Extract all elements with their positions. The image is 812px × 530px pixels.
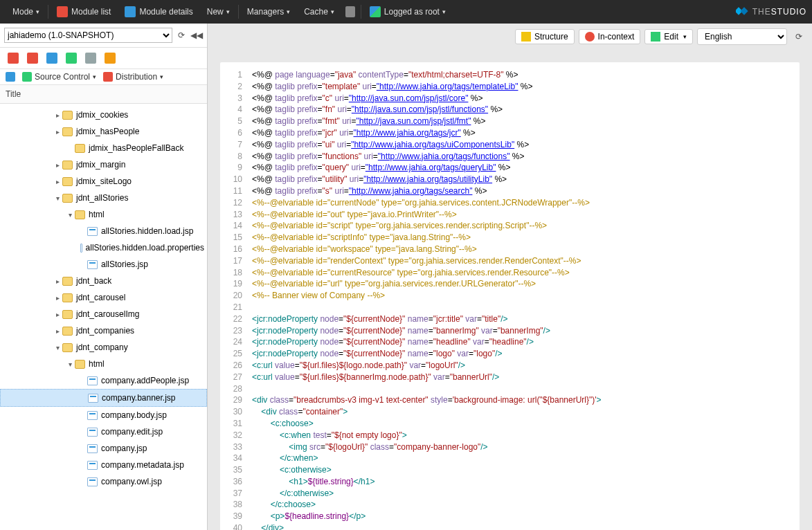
tree-item[interactable]: ▸jdmix_cookies (0, 107, 207, 123)
code-text[interactable]: <%--@elvariable id="scriptInfo" type="ja… (248, 232, 471, 244)
expand-icon[interactable]: ▾ (54, 344, 61, 351)
code-text[interactable]: <img src="${logoUrl}" class="company-ban… (248, 441, 488, 453)
code-text[interactable]: <%--@elvariable id="currentResource" typ… (248, 267, 570, 279)
code-text[interactable]: <jcr:nodeProperty node="${currentNode}" … (248, 313, 508, 325)
code-text[interactable]: <c:otherwise> (248, 464, 332, 476)
code-text[interactable]: </c:choose> (248, 499, 316, 511)
project-select[interactable]: jahiademo (1.0-SNAPSHOT) (4, 28, 172, 43)
code-text[interactable]: <%@ taglib prefix="c" uri="http://java.s… (248, 93, 482, 104)
logged-as-menu[interactable]: Logged as root▾ (363, 0, 453, 24)
expand-icon[interactable]: ▸ (54, 311, 61, 318)
expand-icon[interactable]: ▾ (66, 360, 73, 368)
tool-2[interactable] (24, 51, 42, 66)
expand-icon[interactable]: ▾ (54, 194, 61, 202)
expand-icon[interactable]: ▸ (54, 294, 61, 302)
code-text[interactable]: <%--@elvariable id="url" type="org.jahia… (248, 278, 536, 290)
distribution-menu[interactable]: Distribution▾ (103, 72, 163, 82)
module-details-menu[interactable]: Module details (118, 0, 199, 24)
tool-5[interactable] (82, 51, 100, 66)
language-select[interactable]: English (697, 28, 787, 45)
tree-item[interactable]: ▸jdnt_carouselImg (0, 306, 207, 322)
expand-icon[interactable]: ▾ (66, 211, 73, 219)
managers-menu[interactable]: Managers▾ (240, 0, 297, 24)
code-text[interactable]: <%@ taglib prefix="utility" uri="http://… (248, 174, 507, 185)
code-editor[interactable]: 1<%@ page language="java" contentType="t… (220, 62, 800, 530)
code-text[interactable]: <jcr:nodeProperty node="${currentNode}" … (248, 336, 534, 348)
code-text[interactable]: <c:url value="${url.files}${logo.node.pa… (248, 360, 465, 372)
code-text[interactable]: <%-- Banner view of Company --%> (248, 290, 385, 302)
expand-icon[interactable]: ▸ (54, 111, 61, 119)
code-text[interactable]: <%@ taglib prefix="jcr" uri="http://www.… (248, 127, 476, 139)
tree-item[interactable]: ▸jdmix_siteLogo (0, 173, 207, 190)
tree-item[interactable]: ▸jdnt_carousel (0, 289, 207, 306)
collapse-button[interactable]: ◀◀ (190, 29, 203, 42)
code-text[interactable]: <%@ taglib prefix="s" uri="http://www.ja… (248, 185, 487, 197)
tree-item[interactable]: company.body.jsp (0, 407, 207, 423)
code-text[interactable]: <p>${headline.string}</p> (248, 511, 366, 522)
tree-item[interactable]: company.owl.jsp (0, 473, 207, 490)
expand-icon[interactable]: ▸ (54, 178, 61, 185)
code-text[interactable]: </div> (248, 522, 284, 530)
new-menu[interactable]: New▾ (200, 0, 237, 24)
refresh-button[interactable]: ⟳ (175, 29, 188, 42)
code-text[interactable]: <%@ taglib prefix="functions" uri="http:… (248, 151, 525, 163)
refresh-button[interactable]: ⟳ (791, 29, 806, 44)
tree-item[interactable]: ▾html (0, 206, 207, 223)
expand-icon[interactable]: ▸ (54, 327, 61, 335)
module-list-menu[interactable]: Module list (50, 0, 118, 24)
tree-item[interactable]: ▸jdmix_margin (0, 156, 207, 173)
code-text[interactable]: <%--@elvariable id="out" type="java.io.P… (248, 209, 457, 221)
tree-item[interactable]: ▸jdnt_back (0, 273, 207, 289)
tree-item[interactable]: jdmix_hasPeopleFallBack (0, 140, 207, 156)
tree-item[interactable]: allStories.jsp (0, 256, 207, 273)
tree-item[interactable]: ▾jdnt_company (0, 339, 207, 356)
tree-item[interactable]: company.banner.jsp (0, 389, 207, 407)
expand-icon[interactable]: ▸ (54, 277, 61, 285)
code-text[interactable]: <%@ taglib prefix="query" uri="http://ww… (248, 162, 510, 174)
in-context-button[interactable]: In-context (579, 29, 641, 44)
code-text[interactable]: <%--@elvariable id="currentNode" type="o… (248, 197, 590, 209)
code-text[interactable]: <div class="breadcrumbs-v3 img-v1 text-c… (248, 394, 602, 406)
expand-icon[interactable]: ▸ (54, 161, 61, 169)
mode-menu[interactable]: Mode▾ (6, 0, 46, 24)
tree-item[interactable]: allStories.hidden.load.properties (0, 239, 207, 256)
tree-expand-button[interactable] (6, 72, 15, 82)
tree-item[interactable]: company.jsp (0, 440, 207, 457)
code-text[interactable]: </c:when> (248, 453, 318, 464)
tree-item[interactable]: ▾jdnt_allStories (0, 190, 207, 206)
code-text[interactable]: <c:when test="${not empty logo}"> (248, 430, 407, 441)
tree-item[interactable]: company.metadata.jsp (0, 457, 207, 473)
tree-item[interactable]: company.edit.jsp (0, 423, 207, 440)
code-text[interactable]: <jcr:nodeProperty node="${currentNode}" … (248, 348, 503, 360)
code-text[interactable]: <%@ taglib prefix="template" uri="http:/… (248, 81, 533, 93)
code-text[interactable]: <jcr:nodeProperty node="${currentNode}" … (248, 325, 550, 337)
code-text[interactable]: <%--@elvariable id="script" type="org.ja… (248, 220, 547, 232)
tool-6[interactable] (101, 51, 119, 66)
tool-1[interactable] (4, 51, 22, 66)
tree-item[interactable]: ▸jdnt_companies (0, 322, 207, 339)
code-text[interactable]: <%--@elvariable id="renderContext" type=… (248, 255, 581, 267)
source-control-menu[interactable]: Source Control▾ (22, 72, 96, 82)
cache-menu[interactable]: Cache▾ (297, 0, 341, 24)
code-text[interactable] (248, 302, 252, 313)
expand-icon[interactable]: ▸ (54, 128, 61, 136)
code-text[interactable]: <%--@elvariable id="workspace" type="jav… (248, 244, 477, 255)
code-text[interactable]: <div class="container"> (248, 406, 348, 418)
file-tree[interactable]: ▸jdmix_cookies▸jdmix_hasPeoplejdmix_hasP… (0, 104, 207, 530)
clipboard-button[interactable] (341, 0, 359, 24)
code-text[interactable] (248, 383, 252, 395)
edit-button[interactable]: Edit▾ (644, 29, 693, 44)
tool-3[interactable] (43, 51, 61, 66)
tree-item[interactable]: allStories.hidden.load.jsp (0, 223, 207, 239)
code-text[interactable]: </c:otherwise> (248, 488, 334, 500)
code-text[interactable]: <%@ taglib prefix="ui" uri="http://www.j… (248, 139, 529, 151)
tree-item[interactable]: company.addPeople.jsp (0, 372, 207, 389)
tool-4[interactable] (62, 51, 80, 66)
tree-item[interactable]: ▸jdmix_hasPeople (0, 123, 207, 140)
code-text[interactable]: <%@ taglib prefix="fn" uri="http://java.… (248, 104, 503, 116)
tree-item[interactable]: ▾html (0, 356, 207, 372)
code-text[interactable]: <c:choose> (248, 418, 314, 430)
code-text[interactable]: <h1>${title.string}</h1> (248, 476, 375, 488)
code-text[interactable]: <%@ page language="java" contentType="te… (248, 69, 518, 81)
structure-button[interactable]: Structure (515, 29, 575, 44)
